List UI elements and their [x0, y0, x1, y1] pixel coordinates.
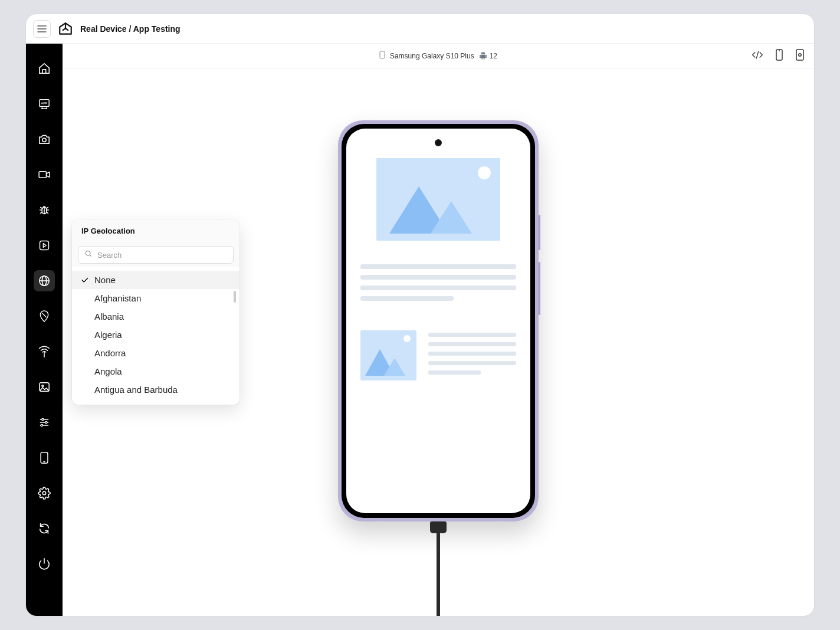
logo-icon [58, 21, 73, 37]
search-input[interactable] [97, 251, 227, 260]
sidebar-image[interactable] [34, 376, 55, 398]
install-app-icon[interactable] [795, 49, 805, 63]
option-label: Albania [94, 311, 124, 321]
sidebar-video[interactable] [34, 164, 55, 185]
sidebar-app[interactable]: APP [34, 93, 55, 114]
geolocation-popover: IP Geolocation None [72, 219, 239, 405]
device-frame [338, 120, 539, 521]
device-name: Samsung Galaxy S10 Plus [390, 52, 474, 60]
sidebar-power[interactable] [34, 553, 55, 575]
sidebar-refresh[interactable] [34, 518, 55, 539]
subheader: Samsung Galaxy S10 Plus 12 [63, 44, 814, 68]
option-none[interactable]: None [72, 271, 239, 289]
svg-point-39 [42, 491, 46, 495]
sidebar-sliders[interactable] [34, 412, 55, 433]
option-albania[interactable]: Albania [72, 307, 239, 326]
sidebar-settings[interactable] [34, 483, 55, 504]
header: Real Device / App Testing [26, 14, 814, 44]
svg-rect-12 [39, 172, 46, 178]
device-screen[interactable] [346, 129, 530, 513]
check-icon [80, 275, 90, 285]
svg-line-21 [47, 212, 48, 214]
option-andorra[interactable]: Andorra [72, 344, 239, 362]
option-algeria[interactable]: Algeria [72, 326, 239, 344]
sidebar-home[interactable] [34, 58, 55, 79]
sidebar-bug[interactable] [34, 199, 55, 221]
placeholder-image-small [360, 330, 416, 380]
svg-point-34 [42, 418, 44, 420]
menu-button[interactable] [33, 20, 51, 38]
svg-point-11 [42, 138, 46, 142]
option-afghanistan[interactable]: Afghanistan [72, 289, 239, 307]
placeholder-lines [360, 264, 516, 301]
breadcrumb: Real Device / App Testing [80, 24, 181, 34]
svg-line-19 [47, 207, 48, 208]
app-window: Real Device / App Testing Samsung Galaxy… [26, 14, 814, 616]
android-icon [479, 52, 487, 60]
svg-rect-22 [40, 241, 49, 250]
svg-marker-23 [43, 244, 46, 248]
side-button-1 [539, 215, 540, 250]
os-version-chip: 12 [479, 52, 497, 60]
camera-cutout [435, 139, 442, 146]
sidebar-camera[interactable] [34, 129, 55, 150]
svg-point-8 [799, 53, 801, 55]
phone-mini-icon [379, 51, 385, 61]
placeholder-image-large [376, 158, 500, 241]
option-label: Afghanistan [94, 293, 141, 303]
sidebar: APP [26, 44, 63, 616]
svg-marker-13 [47, 172, 50, 178]
device-stage [338, 120, 539, 521]
svg-rect-7 [796, 50, 803, 60]
placeholder-row [360, 330, 516, 380]
device-info: Samsung Galaxy S10 Plus 12 [379, 51, 497, 61]
svg-text:APP: APP [41, 101, 48, 105]
option-label: Angola [94, 366, 122, 376]
svg-point-36 [41, 424, 42, 426]
option-label: Andorra [94, 348, 126, 358]
sidebar-play[interactable] [34, 235, 55, 256]
svg-line-18 [41, 207, 42, 208]
os-version: 12 [490, 52, 497, 60]
svg-rect-3 [380, 51, 385, 58]
devtools-icon[interactable] [752, 50, 763, 62]
svg-point-30 [42, 385, 44, 387]
rotate-device-icon[interactable] [775, 49, 783, 63]
option-label: None [94, 275, 116, 285]
svg-point-41 [86, 251, 90, 255]
usb-cable [430, 521, 447, 616]
svg-line-4 [756, 51, 758, 58]
option-label: Antigua and Barbuda [94, 385, 178, 395]
search-icon [84, 250, 93, 260]
svg-line-42 [90, 255, 91, 257]
sidebar-network[interactable] [34, 341, 55, 362]
svg-line-20 [41, 212, 42, 214]
options-list: None Afghanistan Albania Algeria Andorra [72, 267, 239, 405]
sidebar-location[interactable] [34, 306, 55, 327]
search-box[interactable] [78, 246, 234, 264]
scrollbar-thumb[interactable] [234, 291, 236, 303]
option-angola[interactable]: Angola [72, 362, 239, 380]
svg-line-27 [42, 313, 47, 317]
sidebar-geolocation[interactable] [34, 270, 55, 291]
sidebar-device[interactable] [34, 447, 55, 468]
header-actions [752, 49, 805, 63]
option-label: Algeria [94, 330, 122, 340]
content-area: IP Geolocation None [63, 68, 814, 616]
side-button-2 [539, 262, 540, 315]
popover-title: IP Geolocation [72, 219, 239, 242]
svg-point-35 [45, 421, 47, 423]
option-antigua[interactable]: Antigua and Barbuda [72, 380, 239, 399]
